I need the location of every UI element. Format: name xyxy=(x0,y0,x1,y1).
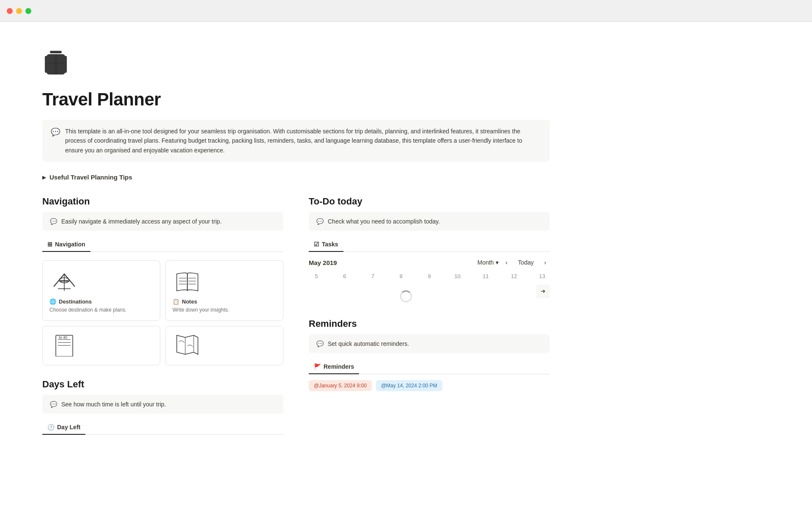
budget-card[interactable]: to 40 xyxy=(42,326,160,365)
todo-callout: 💬 Check what you need to accomplish toda… xyxy=(309,212,550,231)
cal-cell-7[interactable] xyxy=(339,283,354,298)
calendar-cells xyxy=(309,283,550,301)
cal-cell-11[interactable] xyxy=(400,283,415,298)
svg-text:to 40: to 40 xyxy=(59,335,67,340)
svg-rect-0 xyxy=(50,51,62,53)
notes-desc: Write down your insights. xyxy=(173,306,229,314)
calendar-month-year: May 2019 xyxy=(309,259,337,266)
calendar-prev-button[interactable]: ‹ xyxy=(502,258,511,267)
callout-text: This template is an all-in-one tool desi… xyxy=(65,127,541,155)
page-title: Travel Planner xyxy=(42,89,550,110)
svg-rect-4 xyxy=(45,56,47,73)
tips-toggle[interactable]: ▶ Useful Travel Planning Tips xyxy=(42,172,550,182)
cal-day-10: 10 xyxy=(450,273,465,279)
calendar-next-button[interactable]: › xyxy=(540,258,550,267)
reminders-tab-label: Reminders xyxy=(324,363,354,370)
destinations-card[interactable]: 🌐 Destinations Choose destination & make… xyxy=(42,260,160,321)
destinations-desc: Choose destination & make plans. xyxy=(49,306,126,314)
page-wrapper: Travel Planner 💬 This template is an all… xyxy=(0,22,592,460)
clock-icon: 🕐 xyxy=(47,424,55,431)
page-icon xyxy=(42,47,550,84)
cal-day-8: 8 xyxy=(393,273,409,279)
svg-marker-19 xyxy=(177,335,198,354)
nav-callout-text: Easily navigate & immediately access any… xyxy=(61,218,222,225)
destinations-title: 🌐 Destinations xyxy=(49,298,92,305)
calendar-header: May 2019 Month ▾ ‹ Today › xyxy=(309,252,550,271)
navigation-tab[interactable]: ⊞ Navigation xyxy=(42,237,91,252)
cal-cell-12[interactable] xyxy=(415,283,431,298)
navigation-callout: 💬 Easily navigate & immediately access a… xyxy=(42,212,283,231)
maps-card[interactable] xyxy=(165,326,283,365)
todo-callout-icon: 💬 xyxy=(316,218,324,225)
navigation-tab-bar: ⊞ Navigation xyxy=(42,237,283,252)
cal-day-12: 12 xyxy=(506,273,521,279)
todo-title: To-Do today xyxy=(309,196,550,207)
navigation-title: Navigation xyxy=(42,196,283,207)
reminders-tab-bar: 🚩 Reminders xyxy=(309,360,550,374)
tasks-tab-bar: ☑ Tasks xyxy=(309,237,550,252)
minimize-button[interactable] xyxy=(16,8,22,14)
todo-callout-text: Check what you need to accomplish today. xyxy=(328,218,440,225)
notes-illustration xyxy=(173,268,202,295)
days-left-section: Days Left 💬 See how much time is left un… xyxy=(42,379,283,435)
right-column: To-Do today 💬 Check what you need to acc… xyxy=(309,196,550,391)
cal-cell-6[interactable] xyxy=(324,283,339,298)
left-column: Navigation 💬 Easily navigate & immediate… xyxy=(42,196,283,435)
cal-day-13: 13 xyxy=(535,273,550,279)
destinations-icon: 🌐 xyxy=(49,298,56,305)
tasks-tab-label: Tasks xyxy=(322,241,338,248)
month-dropdown[interactable]: Month ▾ xyxy=(477,259,499,266)
today-button[interactable]: Today xyxy=(515,258,537,267)
close-button[interactable] xyxy=(7,8,13,14)
notes-icon: 📋 xyxy=(173,298,179,305)
nav-callout-icon: 💬 xyxy=(50,218,57,225)
reminder-pill-1[interactable]: @January 5, 2024 9:00 xyxy=(309,380,372,391)
todo-section: To-Do today 💬 Check what you need to acc… xyxy=(309,196,550,301)
calendar-days-row: 5 6 7 8 9 10 11 12 13 xyxy=(309,271,550,281)
calendar-forward-button[interactable] xyxy=(536,284,550,298)
reminder-pill-2[interactable]: @May 14, 2024 2:00 PM xyxy=(376,380,442,391)
cal-cell-10[interactable] xyxy=(385,283,400,298)
cal-cell-13[interactable] xyxy=(431,283,446,298)
reminders-callout: 💬 Set quick automatic reminders. xyxy=(309,334,550,353)
cal-day-7: 7 xyxy=(365,273,381,279)
cal-day-6: 6 xyxy=(337,273,352,279)
cal-cell-9[interactable] xyxy=(370,283,385,298)
reminders-section: Reminders 💬 Set quick automatic reminder… xyxy=(309,318,550,391)
notes-card[interactable]: 📋 Notes Write down your insights. xyxy=(165,260,283,321)
reminders-callout-icon: 💬 xyxy=(316,340,324,347)
notes-title: 📋 Notes xyxy=(173,298,197,305)
cal-day-11: 11 xyxy=(478,273,494,279)
svg-rect-5 xyxy=(64,56,67,73)
reminders-title: Reminders xyxy=(309,318,550,329)
chevron-down-icon: ▾ xyxy=(496,259,499,266)
cal-day-5: 5 xyxy=(309,273,324,279)
cal-day-9: 9 xyxy=(422,273,437,279)
tips-label: Useful Travel Planning Tips xyxy=(49,174,132,181)
days-callout: 💬 See how much time is left until your t… xyxy=(42,395,283,414)
reminder-pills: @January 5, 2024 9:00 @May 14, 2024 2:00… xyxy=(309,380,550,391)
destinations-illustration xyxy=(49,268,79,295)
days-callout-text: See how much time is left until your tri… xyxy=(61,401,166,408)
grid-icon: ⊞ xyxy=(47,241,52,248)
days-left-title: Days Left xyxy=(42,379,283,390)
toggle-arrow-icon: ▶ xyxy=(42,174,46,180)
tasks-tab[interactable]: ☑ Tasks xyxy=(309,237,343,252)
description-callout: 💬 This template is an all-in-one tool de… xyxy=(42,120,550,162)
navigation-cards: 🌐 Destinations Choose destination & make… xyxy=(42,260,283,365)
cal-cell-8[interactable] xyxy=(354,283,370,298)
reminders-tab[interactable]: 🚩 Reminders xyxy=(309,360,359,374)
svg-rect-3 xyxy=(47,63,65,64)
main-content: Navigation 💬 Easily navigate & immediate… xyxy=(42,196,550,435)
days-tab[interactable]: 🕐 Day Left xyxy=(42,420,85,435)
reminders-callout-text: Set quick automatic reminders. xyxy=(328,340,409,347)
maximize-button[interactable] xyxy=(25,8,31,14)
tasks-icon: ☑ xyxy=(314,241,319,248)
budget-illustration: to 40 xyxy=(49,333,79,356)
days-tab-bar: 🕐 Day Left xyxy=(42,420,283,435)
callout-icon: 💬 xyxy=(51,127,60,137)
maps-illustration xyxy=(173,333,202,356)
days-callout-icon: 💬 xyxy=(50,401,57,408)
cal-cell-5[interactable] xyxy=(309,283,324,298)
navigation-section: Navigation 💬 Easily navigate & immediate… xyxy=(42,196,283,365)
